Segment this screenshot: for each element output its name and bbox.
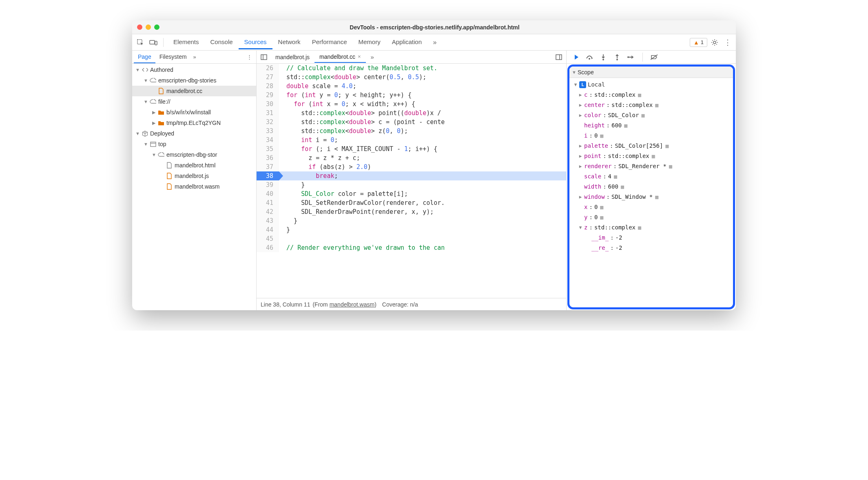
scope-variable[interactable]: ▶color: SDL_Color▦ [571,110,731,120]
memory-icon[interactable]: ▦ [621,182,624,192]
editor-tab[interactable]: mandelbrot.js [270,51,314,63]
code-editor[interactable]: 26 // Calculate and draw the Mandelbrot … [257,64,566,298]
memory-icon[interactable]: ▦ [655,100,658,110]
memory-icon[interactable]: ▦ [600,202,603,212]
tab-performance[interactable]: Performance [306,35,353,49]
sidebar-tab-filesystem[interactable]: Filesystem [155,51,191,63]
step-into-icon[interactable] [598,52,608,62]
tree-item[interactable]: mandelbrot.cc [132,86,256,96]
scope-variable[interactable]: ▶window: SDL_Window *▦ [571,192,731,202]
code-line[interactable]: 38 break; [257,171,566,180]
kebab-icon[interactable]: ⋮ [722,37,733,48]
code-line[interactable]: 40 SDL_Color color = palette[i]; [257,189,566,198]
tree-item[interactable]: ▶b/s/w/ir/x/w/install [132,107,256,118]
device-icon[interactable] [148,37,159,48]
memory-icon[interactable]: ▦ [614,171,617,182]
code-line[interactable]: 42 SDL_RenderDrawPoint(renderer, x, y); [257,207,566,216]
step-out-icon[interactable] [612,52,622,62]
tree-item[interactable]: ▼top [132,139,256,149]
sidebar-kebab-icon[interactable]: ⋮ [244,54,255,60]
scope-variable[interactable]: x: 0▦ [571,202,731,212]
deactivate-breakpoints-icon[interactable] [649,52,659,62]
code-line[interactable]: 45 [257,234,566,243]
tab-elements[interactable]: Elements [168,35,205,49]
code-line[interactable]: 36 z = z * z + c; [257,153,566,162]
code-line[interactable]: 29 for (int y = 0; y < height; y++) { [257,91,566,100]
resume-icon[interactable] [571,52,580,62]
code-line[interactable]: 46 // Render everything we've drawn to t… [257,243,566,252]
memory-icon[interactable]: ▦ [669,161,672,171]
code-line[interactable]: 27 std::complex<double> center(0.5, 0.5)… [257,73,566,82]
inspect-icon[interactable] [135,37,146,48]
scope-variable[interactable]: i: 0▦ [571,131,731,141]
code-line[interactable]: 41 SDL_SetRenderDrawColor(renderer, colo… [257,198,566,207]
memory-icon[interactable]: ▦ [624,120,627,131]
tab-memory[interactable]: Memory [353,35,386,49]
tree-item[interactable]: mandelbrot.wasm [132,181,256,192]
scope-variable[interactable]: ▶point: std::complex▦ [571,151,731,161]
tree-item[interactable]: ▼Authored [132,64,256,75]
close-tab-icon[interactable]: × [358,53,361,60]
source-map-link[interactable]: mandelbrot.wasm [330,301,375,308]
scope-variable[interactable]: ▶center: std::complex▦ [571,100,731,110]
scope-variable[interactable]: scale: 4▦ [571,171,731,182]
sidebar-tabs: PageFilesystem » ⋮ [132,51,256,64]
code-line[interactable]: 26 // Calculate and draw the Mandelbrot … [257,64,566,73]
scope-variable[interactable]: width: 600▦ [571,182,731,192]
more-tabs-icon[interactable]: » [429,37,441,48]
toggle-debugger-icon[interactable] [553,51,565,63]
toggle-navigator-icon[interactable] [258,51,270,63]
editor-more-icon[interactable]: » [367,51,378,63]
warning-icon: ▲ [693,39,699,46]
memory-icon[interactable]: ▦ [655,192,658,202]
memory-icon[interactable]: ▦ [638,222,641,233]
code-line[interactable]: 32 std::complex<double> c = (point - cen… [257,118,566,127]
code-line[interactable]: 33 std::complex<double> z(0, 0); [257,127,566,136]
memory-icon[interactable]: ▦ [641,110,644,120]
code-line[interactable]: 30 for (int x = 0; x < width; x++) { [257,100,566,109]
scope-header[interactable]: ▼Scope [569,67,733,78]
memory-icon[interactable]: ▦ [652,151,655,161]
memory-icon[interactable]: ▦ [600,212,603,222]
memory-icon[interactable]: ▦ [638,90,641,100]
memory-icon[interactable]: ▦ [600,131,603,141]
code-line[interactable]: 28 double scale = 4.0; [257,82,566,91]
scope-variable[interactable]: height: 600▦ [571,120,731,131]
tree-item[interactable]: ▼emscripten-dbg-stor [132,149,256,160]
tree-item[interactable]: ▼file:// [132,96,256,107]
scope-variable[interactable]: y: 0▦ [571,212,731,222]
tab-sources[interactable]: Sources [239,35,272,49]
tree-item[interactable]: ▼emscripten-dbg-stories [132,75,256,86]
sidebar-tab-page[interactable]: Page [134,51,155,63]
scope-variable[interactable]: ▼z: std::complex▦ [571,222,731,233]
scope-variable[interactable]: __im_: -2 [571,233,731,243]
file-tree[interactable]: ▼Authored▼emscripten-dbg-storiesmandelbr… [132,64,256,310]
tab-network[interactable]: Network [272,35,306,49]
code-line[interactable]: 44 } [257,225,566,234]
code-line[interactable]: 31 std::complex<double> point((double)x … [257,109,566,118]
tab-console[interactable]: Console [205,35,239,49]
sidebar-more-icon[interactable]: » [191,54,199,60]
svg-point-10 [589,58,590,60]
code-line[interactable]: 37 if (abs(z) > 2.0) [257,162,566,171]
step-icon[interactable] [626,52,636,62]
tree-item[interactable]: mandelbrot.html [132,160,256,171]
code-line[interactable]: 39 } [257,180,566,189]
scope-variable[interactable]: __re_: -2 [571,243,731,253]
scope-variable[interactable]: ▶renderer: SDL_Renderer *▦ [571,161,731,171]
code-line[interactable]: 34 int i = 0; [257,136,566,144]
editor-tab[interactable]: mandelbrot.cc× [314,51,366,63]
tree-item[interactable]: ▶tmp/tmp.ELcTq2YGN [132,118,256,128]
code-line[interactable]: 43 } [257,216,566,225]
scope-variable[interactable]: ▶c: std::complex▦ [571,90,731,100]
tab-application[interactable]: Application [386,35,427,49]
tree-item[interactable]: mandelbrot.js [132,171,256,181]
tree-item[interactable]: ▼Deployed [132,128,256,139]
settings-icon[interactable] [709,37,720,48]
warnings-badge[interactable]: ▲ 1 [690,38,707,47]
scope-variable[interactable]: ▶palette: SDL_Color[256]▦ [571,141,731,151]
scope-local[interactable]: ▼ L Local [571,80,731,90]
step-over-icon[interactable] [585,52,594,62]
code-line[interactable]: 35 for (; i < MAX_ITER_COUNT - 1; i++) { [257,144,566,153]
memory-icon[interactable]: ▦ [665,141,669,151]
